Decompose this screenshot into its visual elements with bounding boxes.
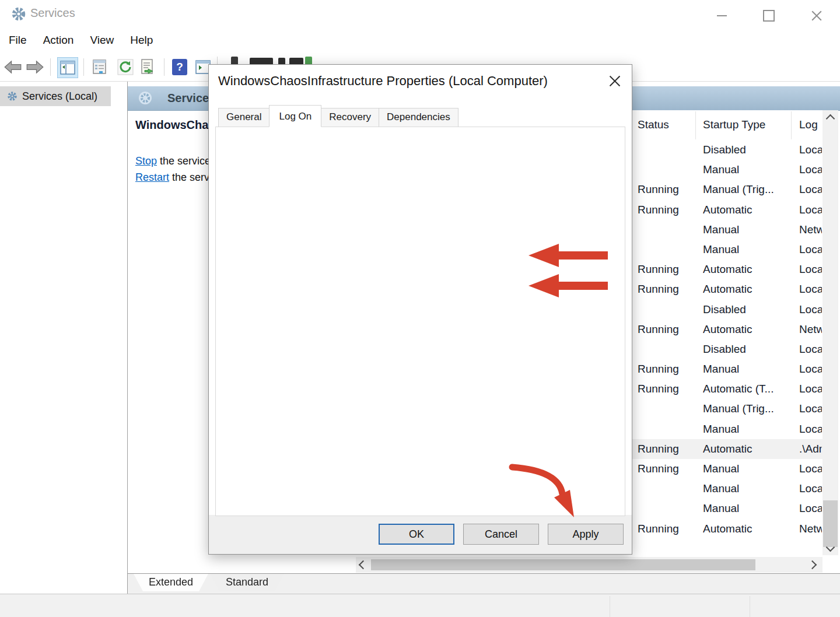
vertical-scrollbar[interactable]: [822, 110, 838, 555]
cell-startup: Manual (Trig...: [703, 180, 796, 199]
menu-file[interactable]: File: [0, 34, 35, 47]
cell-log: Loca: [799, 140, 822, 160]
cell-log: Loca: [799, 339, 822, 359]
back-button[interactable]: [4, 58, 22, 76]
table-row[interactable]: DisabledLoca: [631, 140, 822, 160]
services-app-icon: [9, 5, 28, 23]
dialog-tab-strip: General Log On Recovery Dependencies: [218, 106, 458, 127]
cell-log: Loca: [799, 240, 822, 260]
vertical-scroll-thumb[interactable]: [823, 500, 838, 547]
table-row[interactable]: ManualLoca: [631, 479, 822, 499]
scroll-left-button[interactable]: [356, 557, 370, 573]
status-strip: [0, 594, 840, 617]
properties-button[interactable]: [90, 58, 109, 76]
close-button[interactable]: [803, 8, 830, 23]
cell-log: Loca: [799, 359, 822, 379]
tab-log-on[interactable]: Log On: [269, 105, 321, 127]
toolbar-separator: [50, 58, 51, 76]
cell-status: Running: [638, 359, 699, 379]
table-row[interactable]: RunningAutomaticLoca: [631, 200, 822, 220]
table-row[interactable]: Manual (Trig...Loca: [631, 399, 822, 419]
cell-status: Running: [638, 320, 699, 339]
table-row[interactable]: ManualNetw: [631, 220, 822, 240]
table-row[interactable]: RunningManualLoca: [631, 359, 822, 379]
table-row[interactable]: ManualLoca: [631, 419, 822, 439]
minimize-icon: [717, 15, 727, 16]
maximize-button[interactable]: [755, 8, 782, 23]
cell-log: Loca: [799, 260, 822, 279]
ok-button[interactable]: OK: [379, 524, 454, 545]
column-separator[interactable]: [791, 111, 792, 139]
cell-startup: Automatic: [703, 439, 796, 459]
column-header-startup[interactable]: Startup Type: [703, 118, 765, 131]
export-list-button[interactable]: [139, 58, 158, 76]
tab-standard[interactable]: Standard: [211, 574, 284, 591]
scroll-right-button[interactable]: [804, 557, 820, 573]
tab-general[interactable]: General: [218, 108, 270, 127]
menu-view[interactable]: View: [82, 34, 122, 47]
menu-help[interactable]: Help: [122, 34, 161, 47]
tab-dependencies[interactable]: Dependencies: [379, 108, 459, 127]
maximize-icon: [763, 10, 775, 22]
help-button[interactable]: ?: [170, 58, 189, 76]
cell-startup: Automatic: [703, 320, 796, 339]
table-row[interactable]: RunningAutomaticLoca: [631, 279, 822, 299]
cell-log: Loca: [799, 180, 822, 199]
menu-bar: File Action View Help: [0, 28, 840, 52]
tab-extended[interactable]: Extended: [134, 574, 208, 591]
cell-startup: Manual: [703, 459, 796, 479]
cell-log: Loca: [799, 200, 822, 220]
horizontal-scroll-thumb[interactable]: [371, 559, 755, 570]
table-row[interactable]: ManualLoca: [631, 160, 822, 180]
menu-action[interactable]: Action: [35, 34, 82, 47]
table-row[interactable]: RunningManualLoca: [631, 459, 822, 479]
table-row[interactable]: RunningAutomaticNetw: [631, 320, 822, 339]
status-strip-separator: [610, 596, 610, 617]
obscured-toolbar-icon: [231, 57, 238, 64]
table-row[interactable]: DisabledLoca: [631, 339, 822, 359]
toolbar-separator: [217, 57, 218, 65]
sidebar-item-services-local[interactable]: Services (Local): [0, 86, 111, 106]
tab-recovery[interactable]: Recovery: [321, 108, 379, 127]
cell-log: .\Adm: [799, 439, 822, 459]
toolbar-separator: [164, 58, 164, 76]
table-row[interactable]: ManualLoca: [631, 240, 822, 260]
restart-service-link[interactable]: Restart: [135, 171, 169, 183]
cell-log: Loca: [799, 419, 822, 439]
cell-log: Loca: [799, 160, 822, 180]
column-header-status[interactable]: Status: [638, 118, 669, 131]
column-separator[interactable]: [695, 111, 696, 139]
column-header-log[interactable]: Log: [799, 118, 818, 131]
cell-log: Loca: [799, 399, 822, 419]
apply-annotation-curved-arrow-icon: [501, 459, 588, 526]
table-row[interactable]: ManualLoca: [631, 499, 822, 518]
scroll-down-button[interactable]: [822, 541, 838, 553]
table-row[interactable]: RunningAutomatic.\Adm: [631, 439, 822, 459]
cell-startup: Manual: [703, 479, 796, 499]
cell-status: Running: [638, 439, 699, 459]
cell-status: Running: [638, 260, 699, 279]
cancel-button[interactable]: Cancel: [463, 524, 539, 545]
table-row[interactable]: RunningAutomaticNetw: [631, 519, 822, 539]
cell-status: Running: [638, 180, 699, 199]
obscured-toolbar-icon: [305, 57, 312, 64]
refresh-button[interactable]: [116, 58, 135, 76]
apply-button[interactable]: Apply: [548, 524, 624, 545]
table-row[interactable]: RunningAutomatic (T...Loca: [631, 379, 822, 399]
list-header-row: Status Startup Type Log: [631, 110, 822, 140]
table-row[interactable]: RunningManual (Trig...Loca: [631, 180, 822, 199]
dialog-close-button[interactable]: [607, 74, 622, 89]
scroll-up-button[interactable]: [822, 113, 838, 124]
confirm-password-annotation-arrow-icon: [528, 274, 608, 297]
table-row[interactable]: DisabledLoca: [631, 300, 822, 320]
cell-startup: Automatic: [703, 519, 796, 539]
table-row[interactable]: RunningAutomaticLoca: [631, 260, 822, 279]
cell-log: Loca: [799, 279, 822, 299]
stop-service-link[interactable]: Stop: [135, 155, 157, 167]
cell-startup: Manual: [703, 499, 796, 518]
cell-log: Netw: [799, 320, 822, 339]
forward-button[interactable]: [26, 58, 44, 76]
help-icon: ?: [172, 59, 187, 75]
minimize-button[interactable]: [708, 8, 735, 23]
show-console-tree-button[interactable]: [57, 57, 78, 78]
